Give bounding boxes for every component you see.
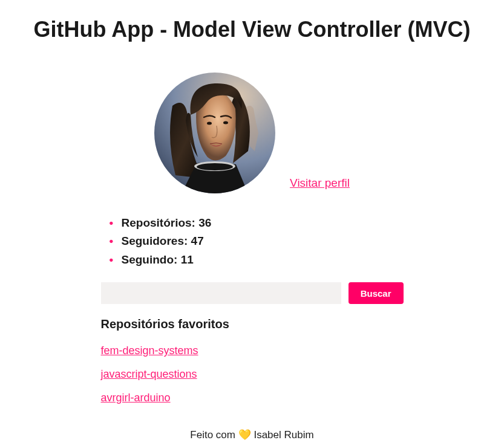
footer: Feito com 💛 Isabel Rubim (0, 428, 504, 441)
profile-section: Visitar perfil (0, 73, 504, 196)
page-title: GitHub App - Model View Controller (MVC) (0, 17, 504, 42)
stat-followers: Seguidores: 47 (112, 232, 404, 250)
stat-following: Seguindo: 11 (112, 251, 404, 269)
stat-repos: Repositórios: 36 (112, 214, 404, 232)
svg-point-2 (197, 163, 233, 170)
svg-point-4 (223, 121, 228, 124)
repo-item: avrgirl-arduino (101, 392, 404, 404)
footer-pre: Feito com (190, 429, 238, 441)
repo-link[interactable]: avrgirl-arduino (101, 392, 171, 404)
repo-item: javascript-questions (101, 368, 404, 381)
stats-list: Repositórios: 36 Seguidores: 47 Seguindo… (101, 214, 404, 269)
repo-link[interactable]: javascript-questions (101, 368, 197, 380)
search-button[interactable]: Buscar (349, 282, 404, 304)
repo-list: fem-design-systems javascript-questions … (101, 344, 404, 404)
search-input[interactable] (101, 282, 341, 304)
footer-post: Isabel Rubim (251, 429, 314, 441)
repo-link[interactable]: fem-design-systems (101, 344, 198, 357)
avatar (154, 73, 275, 193)
svg-point-3 (207, 122, 212, 125)
favorites-section: Repositórios favoritos fem-design-system… (101, 317, 404, 404)
repo-item: fem-design-systems (101, 344, 404, 357)
heart-icon: 💛 (238, 429, 251, 441)
search-section: Buscar (101, 282, 404, 304)
visit-profile-link[interactable]: Visitar perfil (290, 176, 350, 190)
favorites-heading: Repositórios favoritos (101, 317, 404, 331)
